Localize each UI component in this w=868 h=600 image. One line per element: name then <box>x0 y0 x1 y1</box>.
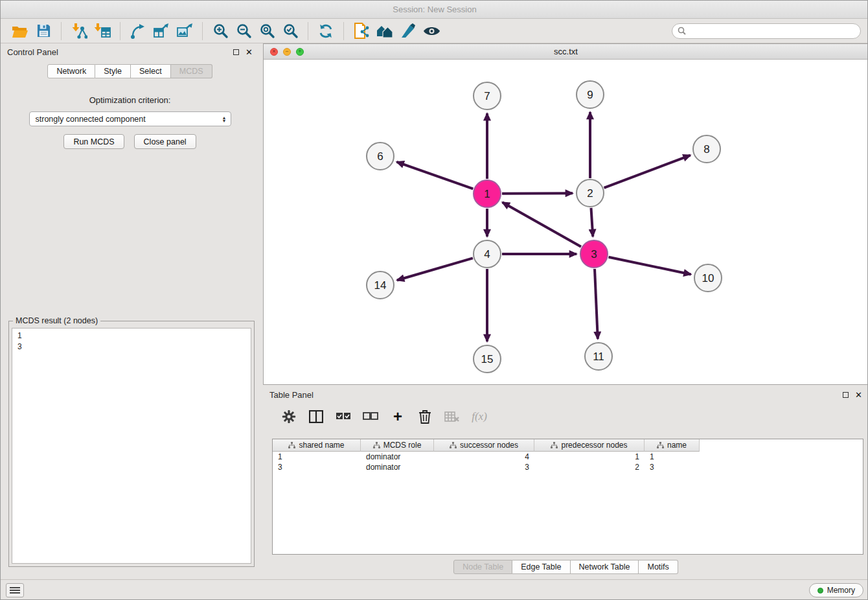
close-window-icon[interactable]: × <box>270 48 278 56</box>
toolbar-separator <box>343 22 344 40</box>
graph-node-6[interactable]: 6 <box>367 143 394 170</box>
show-columns-icon[interactable] <box>307 408 325 425</box>
column-header-name[interactable]: name <box>645 439 700 452</box>
control-panel-title: Control Panel <box>7 47 58 57</box>
chevron-up-down-icon: ▲ ▼ <box>222 116 227 122</box>
table-cell[interactable]: dominator <box>361 452 434 462</box>
table-panel: Table Panel ✕ + <box>263 386 868 579</box>
run-mcds-button[interactable]: Run MCDS <box>63 134 124 149</box>
edge-2-3[interactable] <box>591 208 593 237</box>
select-all-columns-icon[interactable] <box>334 408 352 425</box>
table-body: 1dominator4113dominator323 <box>273 452 863 472</box>
paint-style-icon[interactable] <box>396 21 420 41</box>
optimization-criterion-label: Optimization criterion: <box>1 95 259 105</box>
first-neighbors-icon[interactable] <box>373 21 396 41</box>
table-cell[interactable]: 3 <box>273 462 361 472</box>
export-image-icon[interactable] <box>173 21 196 41</box>
task-history-button[interactable] <box>6 583 24 597</box>
graph-node-2[interactable]: 2 <box>577 179 604 207</box>
network-window-titlebar: × − + scc.txt <box>264 44 868 60</box>
mcds-result-list[interactable]: 13 <box>12 328 251 564</box>
graph-node-14[interactable]: 14 <box>367 271 394 299</box>
float-panel-icon[interactable] <box>233 49 239 55</box>
close-panel-button[interactable]: Close panel <box>134 134 196 149</box>
network-share-icon[interactable] <box>126 21 150 41</box>
refresh-icon[interactable] <box>314 21 337 41</box>
trash-icon[interactable] <box>416 408 434 425</box>
graph-node-11[interactable]: 11 <box>585 343 612 370</box>
edge-4-14[interactable] <box>397 258 473 280</box>
tab-mcds[interactable]: MCDS <box>171 64 212 78</box>
tab-edge-table[interactable]: Edge Table <box>512 560 570 574</box>
import-network-icon[interactable] <box>67 21 91 41</box>
mcds-result-item: 1 <box>17 330 246 341</box>
node-table[interactable]: shared nameMCDS rolesuccessor nodesprede… <box>272 439 863 555</box>
tab-network-table[interactable]: Network Table <box>571 560 639 574</box>
criterion-dropdown[interactable]: strongly connected component ▲ ▼ <box>29 111 231 126</box>
graph-node-3[interactable]: 3 <box>580 240 608 268</box>
table-cell[interactable]: 3 <box>645 462 700 472</box>
memory-label: Memory <box>827 586 855 595</box>
minimize-window-icon[interactable]: − <box>283 48 291 56</box>
graph-node-7[interactable]: 7 <box>474 82 501 110</box>
edge-3-1[interactable] <box>503 202 581 246</box>
memory-button[interactable]: Memory <box>809 583 863 597</box>
table-cell[interactable]: dominator <box>361 462 434 472</box>
zoom-in-icon[interactable] <box>209 21 232 41</box>
table-tabs: Node TableEdge TableNetwork TableMotifs <box>263 560 868 574</box>
eye-icon[interactable] <box>420 21 443 41</box>
edge-1-2[interactable] <box>502 193 573 194</box>
zoom-selected-icon[interactable] <box>279 21 302 41</box>
search-icon <box>678 27 686 35</box>
open-folder-icon[interactable] <box>8 21 32 41</box>
export-table-icon[interactable] <box>150 21 173 41</box>
import-table-icon[interactable] <box>91 21 114 41</box>
table-row[interactable]: 3dominator323 <box>273 462 863 472</box>
graph-node-10[interactable]: 10 <box>694 264 722 292</box>
zoom-out-icon[interactable] <box>232 21 255 41</box>
edge-3-11[interactable] <box>595 269 598 339</box>
search-input[interactable] <box>690 27 855 36</box>
table-row[interactable]: 1dominator411 <box>273 452 863 462</box>
memory-status-icon <box>817 588 823 594</box>
column-header-predecessor-nodes[interactable]: predecessor nodes <box>534 439 645 452</box>
tab-style[interactable]: Style <box>95 64 131 78</box>
graph-node-4[interactable]: 4 <box>474 240 501 268</box>
tab-network[interactable]: Network <box>47 64 95 78</box>
save-icon[interactable] <box>32 21 55 41</box>
add-column-icon[interactable]: + <box>389 408 407 425</box>
close-icon[interactable]: ✕ <box>855 391 862 399</box>
tab-node-table[interactable]: Node Table <box>453 560 512 574</box>
column-header-mcds-role[interactable]: MCDS role <box>361 439 434 452</box>
deselect-all-columns-icon[interactable] <box>361 408 380 425</box>
close-icon[interactable]: ✕ <box>246 48 253 56</box>
zoom-fit-icon[interactable] <box>255 21 279 41</box>
graph-node-15[interactable]: 15 <box>474 345 501 373</box>
network-canvas[interactable]: 7968124314101511 <box>264 60 868 384</box>
column-header-successor-nodes[interactable]: successor nodes <box>434 439 534 452</box>
float-panel-icon[interactable] <box>843 392 849 398</box>
column-header-shared-name[interactable]: shared name <box>273 439 361 452</box>
maximize-window-icon[interactable]: + <box>296 48 304 56</box>
table-cell[interactable]: 1 <box>645 452 700 462</box>
tab-select[interactable]: Select <box>131 64 171 78</box>
svg-text:6: 6 <box>377 150 383 163</box>
edge-1-6[interactable] <box>396 162 473 189</box>
edge-2-8[interactable] <box>604 156 691 188</box>
graph-node-8[interactable]: 8 <box>693 135 720 163</box>
table-cell[interactable]: 4 <box>434 452 534 462</box>
graph-node-9[interactable]: 9 <box>577 81 604 108</box>
status-bar: Memory <box>1 579 868 600</box>
table-cell[interactable]: 3 <box>434 462 534 472</box>
clone-network-icon[interactable] <box>350 21 373 41</box>
edge-3-10[interactable] <box>609 257 691 275</box>
svg-text:9: 9 <box>587 89 593 101</box>
gear-icon[interactable] <box>280 408 298 425</box>
table-cell[interactable]: 1 <box>273 452 361 462</box>
table-cell[interactable]: 1 <box>534 452 645 462</box>
tab-motifs[interactable]: Motifs <box>639 560 678 574</box>
mcds-result-group: MCDS result (2 nodes) 13 <box>8 321 255 567</box>
control-panel: Control Panel ✕ NetworkStyleSelectMCDS O… <box>1 43 259 579</box>
table-cell[interactable]: 2 <box>534 462 645 472</box>
graph-node-1[interactable]: 1 <box>474 180 501 207</box>
